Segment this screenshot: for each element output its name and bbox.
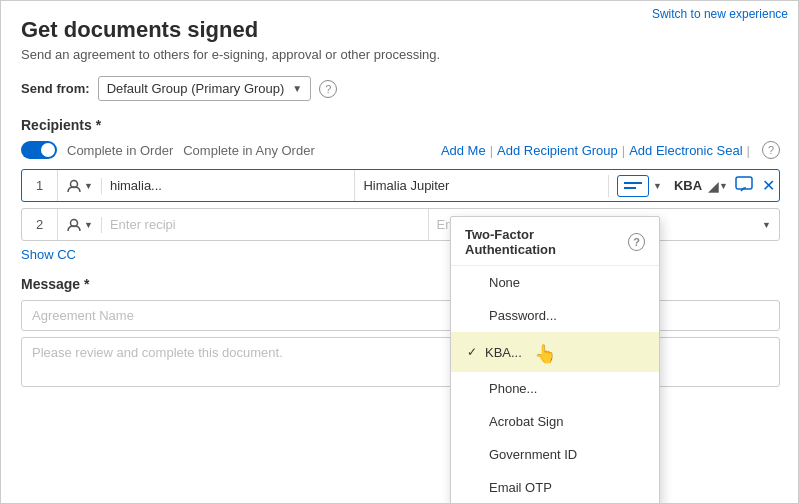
recipients-header: Complete in Order Complete in Any Order …	[21, 141, 780, 159]
row-2-chevron-icon: ▼	[754, 220, 779, 230]
check-icon: ✓	[467, 345, 477, 359]
complete-in-order-toggle[interactable]	[21, 141, 57, 159]
page-wrapper: Switch to new experience Get documents s…	[1, 1, 799, 504]
toggle-knob	[41, 143, 55, 157]
close-icon[interactable]: ✕	[758, 176, 779, 195]
message-section: Message * Agreement Name Please review a…	[21, 276, 780, 387]
send-from-value: Default Group (Primary Group)	[107, 81, 285, 96]
row-2-number: 2	[22, 209, 58, 240]
recipient-row-1: 1 ▼ himalia... Himalia Jupiter ▼ KBA ◢ ▼	[21, 169, 780, 202]
auth-line-1	[624, 182, 642, 184]
row-2-role-icon[interactable]: ▼	[58, 217, 102, 233]
row-1-name: Himalia Jupiter	[355, 170, 608, 201]
signer-icon	[66, 178, 82, 194]
role-chevron-icon-2: ▼	[84, 220, 93, 230]
show-cc-link[interactable]: Show CC	[21, 247, 780, 262]
page-subtitle: Send an agreement to others for e-signin…	[21, 47, 780, 62]
send-from-label: Send from:	[21, 81, 90, 96]
dropdown-item-password[interactable]: Password...	[451, 299, 659, 332]
svg-rect-1	[736, 177, 752, 189]
switch-experience-link[interactable]: Switch to new experience	[652, 7, 788, 21]
auth-line-2	[624, 187, 636, 189]
complete-in-order-label: Complete in Order	[67, 143, 173, 158]
filter-area: ◢ ▼	[706, 178, 730, 194]
add-electronic-seal-link[interactable]: Add Electronic Seal	[629, 143, 742, 158]
comment-icon[interactable]	[730, 174, 758, 198]
auth-icon	[617, 175, 649, 197]
auth-label: KBA	[670, 178, 706, 193]
recipients-help-icon[interactable]: ?	[762, 141, 780, 159]
message-input[interactable]: Please review and complete this document…	[21, 337, 780, 387]
role-chevron-icon: ▼	[84, 181, 93, 191]
send-from-select[interactable]: Default Group (Primary Group) ▼	[98, 76, 312, 101]
row-1-email[interactable]: himalia...	[102, 170, 356, 201]
auth-method-dropdown[interactable]: ▼	[608, 175, 670, 197]
dropdown-item-none[interactable]: None	[451, 266, 659, 299]
recipient-row-2: 2 ▼ Enter recipi Enter recipient name ▼	[21, 208, 780, 241]
cursor-icon: 👆	[534, 343, 556, 365]
agreement-name-input[interactable]: Agreement Name	[21, 300, 780, 331]
dropdown-item-kba[interactable]: ✓ KBA... 👆	[451, 332, 659, 372]
dropdown-item-acrobat-sign[interactable]: Acrobat Sign	[451, 405, 659, 438]
add-me-link[interactable]: Add Me	[441, 143, 486, 158]
dropdown-item-phone[interactable]: Phone...	[451, 372, 659, 405]
complete-any-order-label: Complete in Any Order	[183, 143, 315, 158]
row-1-role-icon[interactable]: ▼	[58, 178, 102, 194]
dropdown-header-label: Two-Factor Authentication	[465, 227, 614, 257]
auth-dropdown-overlay: Two-Factor Authentication ? None Passwor…	[450, 216, 660, 504]
add-recipient-group-link[interactable]: Add Recipient Group	[497, 143, 618, 158]
filter-icon[interactable]: ◢	[708, 178, 719, 194]
chevron-down-icon: ▼	[292, 83, 302, 94]
dropdown-item-government-id[interactable]: Government ID	[451, 438, 659, 471]
auth-lines	[624, 182, 642, 189]
row-2-email[interactable]: Enter recipi	[102, 209, 429, 240]
dropdown-header: Two-Factor Authentication ?	[451, 217, 659, 266]
filter-chevron-icon: ▼	[719, 181, 728, 191]
message-section-title: Message *	[21, 276, 780, 292]
dropdown-item-email-otp[interactable]: Email OTP	[451, 471, 659, 504]
dropdown-help-icon[interactable]: ?	[628, 233, 645, 251]
auth-chevron-icon: ▼	[653, 181, 662, 191]
row-1-number: 1	[22, 170, 58, 201]
send-from-row: Send from: Default Group (Primary Group)…	[21, 76, 780, 101]
recipients-section-title: Recipients *	[21, 117, 780, 133]
signer-icon-2	[66, 217, 82, 233]
send-from-help-icon[interactable]: ?	[319, 80, 337, 98]
recipients-actions: Add Me | Add Recipient Group | Add Elect…	[441, 141, 780, 159]
